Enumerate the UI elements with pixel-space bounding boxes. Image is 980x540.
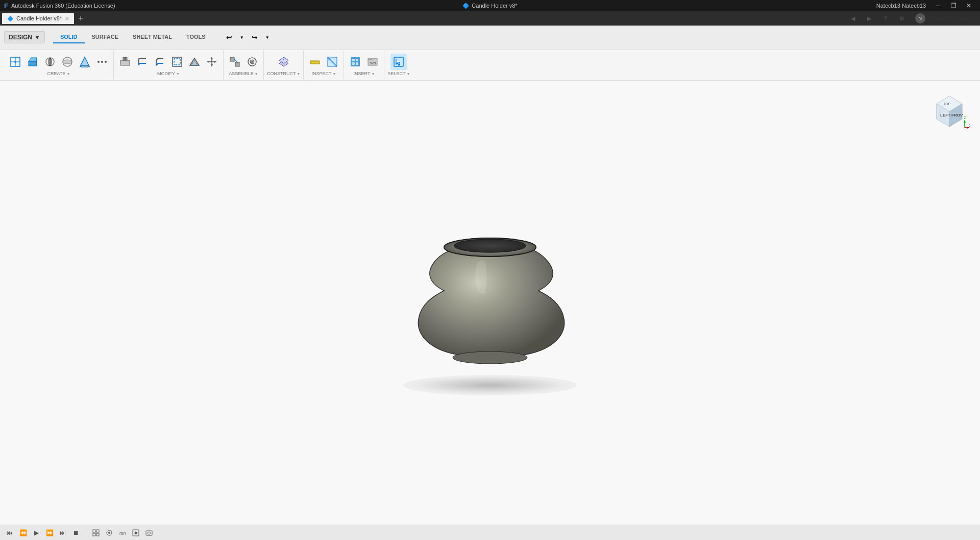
stop-button[interactable]: ⏹ — [70, 527, 82, 538]
revolve-icon — [44, 56, 56, 67]
new-tab-button[interactable]: + — [75, 13, 86, 24]
insert-svg-button[interactable]: SVG — [364, 54, 381, 70]
insert-label[interactable]: INSERT ▼ — [354, 71, 375, 76]
undo-button[interactable]: ↩ — [221, 29, 237, 45]
grid-button[interactable] — [90, 527, 102, 538]
close-button[interactable]: ✕ — [962, 0, 976, 11]
press-pull-icon — [119, 56, 131, 67]
svg-text:LEFT: LEFT — [940, 113, 950, 118]
svg-rect-83 — [146, 531, 152, 535]
svg-point-58 — [454, 239, 526, 252]
canvas-area[interactable]: LEFT FROV TOP X Z — [0, 81, 980, 525]
account-area[interactable]: N Natecb13 Natecb13 — [915, 13, 978, 24]
draft-icon — [189, 56, 200, 67]
svg-point-15 — [101, 61, 103, 63]
create-label[interactable]: CREATE ▼ — [47, 71, 70, 76]
play-back-button[interactable]: ⏪ — [17, 527, 29, 538]
redo-arrow-icon: ▼ — [265, 35, 270, 40]
create-buttons — [7, 54, 110, 70]
inspect-arrow-icon: ▼ — [332, 72, 336, 76]
divider — [86, 528, 86, 537]
svg-rect-76 — [93, 533, 95, 536]
joint-button[interactable] — [227, 54, 243, 70]
account-info: Natecb13 Natecb13 — [876, 3, 926, 9]
shell-button[interactable] — [169, 54, 185, 70]
loft-icon — [79, 56, 90, 67]
help-button[interactable]: ? — [878, 11, 893, 26]
sweep-button[interactable] — [59, 54, 76, 70]
extrude-button[interactable] — [24, 54, 41, 70]
assemble-group: ASSEMBLE ▼ — [224, 50, 264, 80]
svg-text:X: X — [969, 124, 970, 127]
select-arrow-icon: ▼ — [406, 72, 410, 76]
draft-button[interactable] — [186, 54, 203, 70]
toolbar-right-utils: ◀ ▶ ? ⚙ N Natecb13 Natecb13 — [846, 11, 978, 26]
redo-button[interactable]: ↪ — [247, 29, 263, 45]
offset-plane-button[interactable] — [276, 54, 292, 70]
section-analysis-button[interactable] — [324, 54, 340, 70]
more-create-button[interactable] — [94, 54, 110, 70]
svg-rect-48 — [351, 57, 360, 66]
loft-button[interactable] — [77, 54, 93, 70]
rigid-group-button[interactable] — [244, 54, 260, 70]
minimize-button[interactable]: ─ — [931, 0, 945, 11]
select-button[interactable] — [390, 54, 407, 70]
extrude-icon — [27, 56, 38, 67]
fusion-icon: 🔷 — [462, 3, 470, 9]
tab-tools[interactable]: TOOLS — [179, 31, 213, 43]
svg-rect-17 — [120, 60, 130, 65]
insert-mesh-button[interactable] — [347, 54, 363, 70]
play-button[interactable]: ▶ — [31, 527, 42, 538]
modify-arrow-icon: ▼ — [176, 72, 180, 76]
press-pull-button[interactable] — [117, 54, 133, 70]
svg-point-82 — [135, 531, 137, 534]
back-button[interactable]: ◀ — [846, 11, 860, 26]
camera-button[interactable] — [143, 527, 155, 538]
settings-button[interactable]: ⚙ — [895, 11, 909, 26]
toolbar-top: DESIGN ▼ SOLID SURFACE SHEET METAL TOOLS… — [0, 26, 980, 50]
titlebar-center: 🔷 Candle Holder v8* — [462, 3, 517, 9]
svg-rect-4 — [29, 61, 37, 66]
modify-label[interactable]: MODIFY ▼ — [157, 71, 180, 76]
fillet-button[interactable] — [134, 54, 151, 70]
play-end-button[interactable]: ⏭ — [57, 527, 68, 538]
play-forward-button[interactable]: ⏩ — [44, 527, 55, 538]
display-settings-button[interactable] — [130, 527, 141, 538]
svg-text:mm: mm — [119, 531, 126, 536]
tab-sheet-metal[interactable]: SHEET METAL — [126, 31, 179, 43]
construct-label[interactable]: CONSTRUCT ▼ — [267, 71, 300, 76]
svg-marker-29 — [214, 61, 216, 63]
design-arrow: ▼ — [34, 34, 40, 41]
assemble-label[interactable]: ASSEMBLE ▼ — [229, 71, 258, 76]
redo-icon: ↪ — [252, 33, 258, 41]
inspect-label[interactable]: INSPECT ▼ — [311, 71, 336, 76]
tab-solid[interactable]: SOLID — [53, 31, 85, 43]
account-icon: N — [915, 13, 925, 24]
snap-button[interactable] — [104, 527, 115, 538]
undo-dropdown[interactable]: ▼ — [238, 29, 246, 45]
svg-point-35 — [252, 61, 253, 63]
units-button[interactable]: mm — [117, 527, 128, 538]
chamfer-button[interactable] — [152, 54, 168, 70]
restore-button[interactable]: ❐ — [946, 0, 961, 11]
document-tab[interactable]: 🔷 Candle Holder v8* ✕ — [2, 13, 74, 24]
forward-button[interactable]: ▶ — [862, 11, 876, 26]
svg-rect-3 — [14, 61, 16, 63]
play-start-button[interactable]: ⏮ — [4, 527, 15, 538]
design-dropdown[interactable]: DESIGN ▼ — [4, 31, 45, 43]
viewcube[interactable]: LEFT FROV TOP X Z — [929, 91, 970, 132]
tab-surface[interactable]: SURFACE — [85, 31, 126, 43]
app-icon: F — [4, 2, 8, 10]
svg-rect-77 — [96, 533, 99, 536]
new-sketch-button[interactable] — [7, 54, 23, 70]
select-label[interactable]: SELECT ▼ — [387, 71, 410, 76]
tabbar: 🔷 Candle Holder v8* ✕ + ◀ ▶ ? ⚙ N Natecb… — [0, 11, 980, 26]
tab-close-icon[interactable]: ✕ — [65, 16, 69, 21]
measure-button[interactable] — [307, 54, 323, 70]
move-button[interactable] — [204, 54, 220, 70]
model-container — [388, 196, 592, 390]
svg-rect-52 — [356, 62, 358, 65]
revolve-button[interactable] — [42, 54, 58, 70]
redo-dropdown[interactable]: ▼ — [264, 29, 271, 45]
create-arrow-icon: ▼ — [66, 72, 70, 76]
